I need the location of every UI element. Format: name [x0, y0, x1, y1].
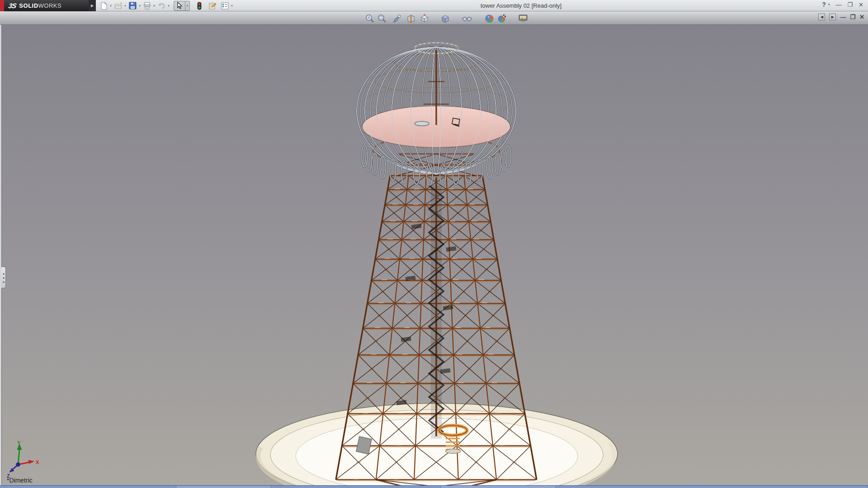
- brand-mark: 3S: [8, 2, 17, 9]
- print-icon: [143, 2, 151, 10]
- view-settings-button[interactable]: [518, 13, 528, 24]
- display-style-icon: [440, 14, 450, 23]
- hide-show-items-button[interactable]: [462, 13, 472, 24]
- zoom-to-area-button[interactable]: [377, 13, 387, 24]
- new-dropdown-caret[interactable]: ▾: [108, 4, 113, 8]
- brand-name-bold: SOLID: [19, 2, 38, 9]
- document-window-controls: ◀ ▶ — ❐ ✕: [818, 14, 864, 20]
- minimize-button[interactable]: —: [835, 1, 841, 8]
- zoom-to-fit-button[interactable]: [364, 13, 375, 24]
- open-button[interactable]: [113, 1, 123, 11]
- options-checklist-icon: [221, 2, 229, 10]
- quick-access-toolbar: ▾ ▾ ▾: [77, 0, 234, 11]
- select-tool: ▾: [174, 1, 190, 11]
- collapse-arrow-icon: ◂: [3, 280, 5, 283]
- edit-appearance-ball-icon: [485, 14, 495, 23]
- taskbar-segment[interactable]: [0, 486, 176, 488]
- select-dropdown-caret[interactable]: ▾: [185, 1, 189, 10]
- display-style-button[interactable]: [440, 13, 451, 24]
- collapse-arrow-icon: ◂: [3, 272, 5, 275]
- graphics-viewport[interactable]: ◂ ◂ ◂ Y X Z *Dimetric: [0, 25, 868, 485]
- view-tools: [364, 13, 528, 24]
- taskbar-segment[interactable]: [176, 486, 271, 488]
- close-button[interactable]: ✕: [859, 1, 863, 8]
- triad-x-label: X: [36, 460, 39, 465]
- taskbar-segment[interactable]: [271, 486, 441, 488]
- taskbar-edge-strip: [0, 485, 868, 488]
- previous-view-icon: [392, 14, 401, 23]
- new-document-button[interactable]: [99, 1, 108, 11]
- doc-restore-button[interactable]: ❐: [850, 14, 855, 20]
- logo-red-accent: [0, 0, 4, 11]
- doc-prev-window-button[interactable]: ◀: [818, 14, 825, 20]
- options-button[interactable]: [220, 1, 230, 11]
- save-button[interactable]: [127, 1, 137, 11]
- window-controls: ? ▾ — ❐ ✕: [822, 1, 863, 8]
- rebuild-traffic-light-icon: [197, 2, 202, 10]
- undo-arrow-icon: [157, 2, 166, 10]
- help-dropdown-caret[interactable]: ▾: [828, 3, 830, 6]
- document-title: tower Assembly 02 [Read-only]: [481, 2, 561, 9]
- doc-close-button[interactable]: ✕: [859, 14, 864, 20]
- open-folder-icon: [114, 2, 123, 10]
- taskbar-segment[interactable]: [441, 486, 556, 488]
- triad-y-label: Y: [17, 441, 21, 446]
- view-orientation-button[interactable]: [419, 13, 430, 24]
- print-dropdown-caret[interactable]: ▾: [152, 4, 156, 8]
- open-dropdown-caret[interactable]: ▾: [123, 4, 127, 8]
- file-properties-icon: [208, 2, 217, 10]
- save-dropdown-caret[interactable]: ▾: [137, 4, 142, 8]
- apply-scene-icon: [497, 14, 507, 23]
- save-floppy-icon: [129, 2, 137, 9]
- view-settings-monitor-icon: [518, 14, 528, 23]
- undo-dropdown-caret[interactable]: ▾: [166, 4, 171, 8]
- view-orientation-label: *Dimetric: [7, 477, 33, 484]
- doc-minimize-button[interactable]: —: [840, 14, 846, 20]
- restore-button[interactable]: ❐: [847, 1, 853, 8]
- 3d-model-canvas[interactable]: [1, 25, 868, 488]
- previous-view-button[interactable]: [391, 13, 402, 24]
- options-dropdown-caret[interactable]: ▾: [230, 4, 234, 8]
- checker-flag: [503, 14, 506, 17]
- select-cursor-icon: [176, 2, 183, 9]
- rebuild-button[interactable]: [194, 1, 204, 11]
- doc-next-window-button[interactable]: ▶: [829, 14, 836, 20]
- section-view-icon: [406, 14, 416, 23]
- title-bar: 3S SOLID WORKS ▶ ▾ ▾: [0, 0, 868, 11]
- hide-show-items-glasses-icon: [462, 14, 472, 23]
- solidworks-window: 3S SOLID WORKS ▶ ▾ ▾: [0, 0, 868, 488]
- section-view-button[interactable]: [406, 13, 416, 24]
- view-orientation-icon: [420, 14, 429, 23]
- zoom-to-fit-icon: [365, 14, 375, 23]
- undo-button[interactable]: [156, 1, 166, 11]
- featuremanager-collapse-tab[interactable]: ◂ ◂ ◂: [1, 267, 6, 288]
- taskbar-segment[interactable]: [556, 486, 868, 488]
- heads-up-view-toolbar: ◀ ▶ — ❐ ✕: [0, 12, 868, 25]
- select-button[interactable]: [174, 1, 185, 11]
- apply-scene-button[interactable]: [497, 13, 508, 24]
- brand-name-light: WORKS: [38, 2, 62, 9]
- zoom-to-area-icon: [377, 14, 387, 23]
- edit-appearance-button[interactable]: [484, 13, 495, 24]
- collapse-arrow-icon: ◂: [3, 276, 5, 279]
- print-button[interactable]: [142, 1, 152, 11]
- help-button[interactable]: ?: [822, 1, 826, 8]
- new-document-icon: [100, 2, 108, 10]
- file-properties-button[interactable]: [207, 1, 217, 11]
